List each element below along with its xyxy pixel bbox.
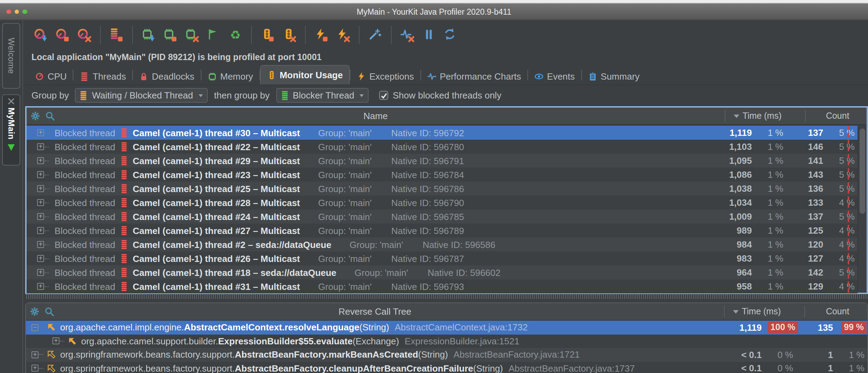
column-header-name[interactable]: Name — [27, 111, 725, 121]
blocked-thread-row[interactable]: +Blocked threadCamel (camel-1) thread #2… — [27, 224, 858, 237]
expand-icon[interactable]: + — [37, 241, 44, 248]
tab-performance-charts[interactable]: Performance Charts — [421, 68, 527, 85]
thread-native-id: Native ID: 596791 — [391, 155, 464, 166]
memory-stop-icon[interactable] — [162, 25, 178, 45]
thread-native-id: Native ID: 596792 — [391, 127, 464, 138]
method-name: AbstractBeanFactory.markBeanAsCreated — [235, 350, 418, 360]
tab-summary[interactable]: Summary — [582, 68, 646, 85]
tab-threads[interactable]: Threads — [74, 68, 132, 85]
desktop-strip — [0, 0, 868, 3]
tree-connector — [45, 202, 49, 203]
vertical-scrollbar[interactable] — [858, 126, 867, 293]
checkbox-checked-icon — [379, 91, 389, 100]
expand-icon[interactable]: + — [37, 185, 44, 192]
thread-telemetry-icon[interactable] — [108, 25, 124, 45]
show-blocked-threads-checkbox[interactable]: Show blocked threads only — [379, 90, 501, 101]
method-icon — [47, 323, 56, 332]
cpu-clear-icon[interactable] — [76, 25, 92, 45]
call-tree-row[interactable]: −org.apache.camel.impl.engine.AbstractCa… — [26, 321, 867, 334]
toolbar-separator — [132, 26, 133, 44]
horizontal-scrollbar[interactable] — [25, 294, 868, 299]
expand-icon[interactable]: + — [37, 199, 44, 206]
count-percent: 5 % — [839, 141, 855, 152]
blocked-thread-row[interactable]: +Blocked threadCamel (camel-1) thread #3… — [27, 126, 858, 140]
monitor-profiling-icon[interactable] — [259, 25, 276, 45]
cpu-profiling-icon[interactable] — [33, 25, 49, 45]
column-header-count[interactable]: Count — [810, 111, 865, 121]
collapse-icon[interactable]: − — [31, 324, 38, 331]
blocked-thread-row[interactable]: +Blocked threadCamel (camel-1) thread #2… — [27, 182, 858, 196]
time-value: < 0.1 — [741, 363, 762, 373]
force-gc-icon[interactable]: ♻ — [227, 25, 243, 45]
thread-native-id: Native ID: 596793 — [391, 281, 464, 292]
blocked-thread-row[interactable]: +Blocked threadCamel (camel-1) thread #1… — [27, 265, 858, 279]
tree-connector — [45, 188, 49, 189]
monitor-clear-icon[interactable] — [281, 25, 297, 45]
time-value: 1,119 — [739, 322, 762, 333]
tab-deadlocks[interactable]: Deadlocks — [133, 68, 200, 85]
close-window-button[interactable] — [6, 9, 11, 14]
thread-group: Group: 'main' — [349, 239, 403, 250]
scrollbar-thumb[interactable] — [860, 129, 865, 214]
source-location: AbstractBeanFactory.java:1737 — [508, 363, 635, 373]
expand-icon[interactable]: + — [31, 351, 38, 358]
exception-clear-icon[interactable] — [335, 25, 351, 45]
call-tree-row[interactable]: +org.springframework.beans.factory.suppo… — [26, 348, 867, 361]
minimize-window-button[interactable] — [14, 9, 19, 14]
sidebar-tab-mymain[interactable]: MyMain — [2, 94, 20, 166]
time-value: 1,103 — [729, 141, 752, 152]
toolbar-separator — [359, 26, 360, 44]
cpu-stop-icon[interactable] — [55, 25, 71, 45]
expand-icon[interactable]: + — [37, 143, 44, 150]
telemetry-clear-icon[interactable] — [399, 25, 415, 45]
zoom-window-button[interactable] — [22, 9, 27, 14]
expand-icon[interactable]: + — [37, 227, 44, 234]
expand-icon[interactable]: + — [52, 338, 59, 345]
expand-icon[interactable]: + — [37, 213, 44, 220]
tab-exceptions[interactable]: Exceptions — [350, 68, 420, 85]
tab-cpu[interactable]: CPU — [29, 68, 73, 85]
sidebar-tab-welcome[interactable]: Welcome — [2, 23, 20, 89]
method-icon — [47, 364, 56, 373]
tab-memory[interactable]: Memory — [201, 68, 259, 85]
pause-icon[interactable] — [421, 25, 437, 45]
expand-icon[interactable]: + — [37, 269, 44, 276]
close-icon[interactable] — [8, 98, 15, 105]
blocked-thread-row[interactable]: +Blocked threadCamel (camel-1) thread #2… — [27, 168, 858, 182]
tab-events[interactable]: Events — [528, 68, 581, 85]
call-tree-row[interactable]: +org.springframework.beans.factory.suppo… — [26, 361, 867, 373]
thread-name: Camel (camel-1) thread #23 – Multicast — [133, 169, 300, 180]
expand-icon[interactable]: + — [37, 129, 44, 136]
tab-monitor-usage[interactable]: Monitor Usage — [260, 65, 350, 85]
blocked-thread-row[interactable]: +Blocked threadCamel (camel-1) thread #2… — [27, 237, 858, 251]
call-tree-row[interactable]: +org.apache.camel.support.builder.Expres… — [26, 334, 867, 348]
blocked-thread-row[interactable]: +Blocked threadCamel (camel-1) thread #2… — [27, 251, 858, 265]
row-prefix: Blocked thread — [55, 169, 115, 180]
refresh-icon[interactable] — [443, 25, 459, 45]
expand-icon[interactable]: + — [37, 157, 44, 164]
mymain-tab-label: MyMain — [6, 108, 16, 140]
column-header-time[interactable]: Time (ms) — [718, 307, 795, 316]
blocked-thread-row[interactable]: +Blocked threadCamel (camel-1) thread #2… — [27, 196, 858, 210]
blocked-thread-row[interactable]: +Blocked threadCamel (camel-1) thread #3… — [27, 279, 858, 293]
titlebar: MyMain - YourKit Java Profiler 2020.9-b4… — [0, 3, 868, 20]
expand-icon[interactable]: + — [37, 283, 44, 290]
blocked-thread-row[interactable]: +Blocked threadCamel (camel-1) thread #2… — [27, 210, 858, 224]
blocked-thread-row[interactable]: +Blocked threadCamel (camel-1) thread #2… — [27, 140, 858, 154]
blocked-thread-row[interactable]: +Blocked threadCamel (camel-1) thread #2… — [27, 154, 858, 168]
time-value: 1,034 — [729, 197, 752, 208]
exception-profiling-icon[interactable] — [313, 25, 329, 45]
expand-icon[interactable]: + — [37, 171, 44, 178]
set-flag-icon[interactable] — [206, 25, 222, 45]
then-group-by-dropdown[interactable]: Blocker Thread — [276, 88, 369, 103]
inspections-icon[interactable] — [367, 25, 383, 45]
expand-icon[interactable]: + — [37, 255, 44, 262]
expand-icon[interactable]: + — [31, 365, 38, 372]
memory-clear-icon[interactable] — [184, 25, 200, 45]
column-header-time[interactable]: Time (ms) — [719, 111, 796, 121]
method-name: AbstractCamelContext.resolveLanguage — [184, 322, 359, 333]
column-header-count[interactable]: Count — [809, 307, 866, 316]
blocked-thread-icon — [121, 211, 127, 222]
memory-profiling-icon[interactable] — [141, 25, 157, 45]
group-by-dropdown[interactable]: Waiting / Blocked Thread — [75, 88, 208, 103]
